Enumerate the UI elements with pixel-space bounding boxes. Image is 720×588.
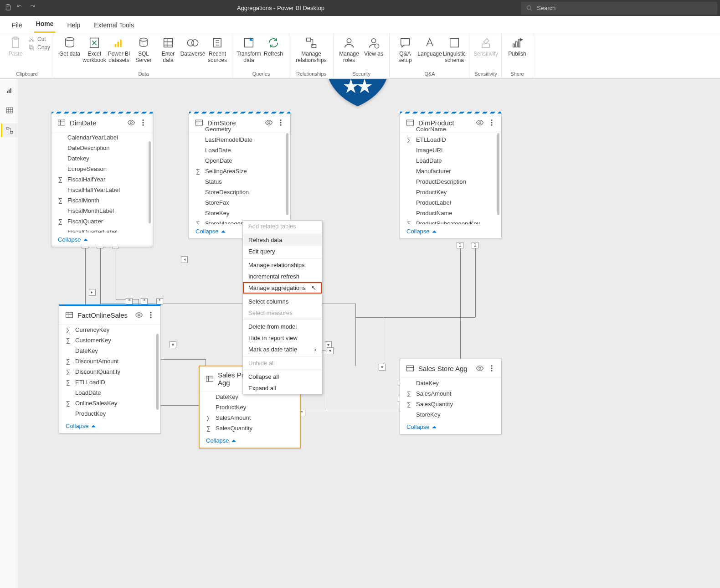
save-icon[interactable] [5,4,12,12]
field-row[interactable]: LoadDate [189,145,290,155]
menu-edit-query[interactable]: Edit query [243,246,322,257]
field-row[interactable]: ∑SellingAreaSize [189,166,290,176]
menu-expand-all[interactable]: Expand all [243,382,322,394]
menu-incremental-refresh[interactable]: Incremental refresh [243,271,322,282]
field-row[interactable]: ProductKey [400,187,501,197]
model-view-button[interactable] [1,124,17,137]
field-row[interactable]: ∑DiscountAmount [59,356,160,366]
field-row[interactable]: LastRemodelDate [189,134,290,145]
recent-sources-button[interactable]: Recent sources [206,36,229,63]
more-icon[interactable] [147,311,155,319]
menu-unhide-all[interactable]: Unhide all [243,357,322,369]
table-card-factonlinesales[interactable]: FactOnlineSales ∑CurrencyKey∑CustomerKey… [59,304,161,433]
field-row[interactable]: ProductName [400,208,501,218]
menu-select-columns[interactable]: Select columns [243,296,322,307]
field-row[interactable]: StoreDescription [189,187,290,197]
field-row[interactable]: ∑SalesQuantity [400,399,501,409]
tab-help[interactable]: Help [65,21,82,33]
excel-workbook-button[interactable]: Excel workbook [82,36,106,63]
field-row[interactable]: FiscalQuarterLabel [51,227,153,232]
field-row[interactable]: Manufacturer [400,166,501,176]
tab-file[interactable]: File [10,21,24,33]
tab-external-tools[interactable]: External Tools [92,21,136,33]
collapse-link[interactable]: Collapse [51,232,153,247]
search-box[interactable]: Search [521,2,717,15]
table-card-dimdate[interactable]: DimDate CalendarYearLabelDateDescription… [51,112,153,247]
field-row[interactable]: LoadDate [59,387,160,398]
table-card-dimproduct[interactable]: DimProduct ColorName∑ETLLoadIDImageURLLo… [400,112,502,239]
field-row[interactable]: DateDescription [51,143,153,153]
tab-home[interactable]: Home [34,20,56,33]
field-row[interactable]: DateKey [59,346,160,356]
more-icon[interactable] [488,364,496,372]
get-data-button[interactable]: Get data [58,36,82,57]
enter-data-button[interactable]: Enter data [156,36,180,63]
field-row[interactable]: Status [189,176,290,187]
field-row[interactable]: StoreKey [189,208,290,218]
publish-button[interactable]: Publish [505,36,529,57]
field-row[interactable]: ImageURL [400,145,501,155]
manage-roles-button[interactable]: Manage roles [337,36,361,63]
refresh-button[interactable]: Refresh [262,36,285,57]
field-row[interactable]: FiscalHalfYearLabel [51,185,153,195]
field-row[interactable]: ∑SalesAmount [400,388,501,399]
menu-refresh-data[interactable]: Refresh data [243,234,322,246]
field-row[interactable]: LoadDate [400,155,501,166]
table-card-sales-store-agg[interactable]: Sales Store Agg DateKey∑SalesAmount∑Sale… [400,359,502,434]
field-row[interactable]: OpenDate [189,155,290,166]
cut-button[interactable]: Cut [28,36,50,42]
sensitivity-button[interactable]: Sensitivity [474,36,498,57]
menu-manage-relationships[interactable]: Manage relationships [243,259,322,271]
manage-relationships-button[interactable]: Manage relationships [293,36,329,63]
menu-add-related-tables[interactable]: Add related tables [243,221,322,232]
collapse-link[interactable]: Collapse [400,420,501,434]
transform-data-button[interactable]: Transform data [237,36,261,63]
field-row[interactable]: ∑CurrencyKey [59,325,160,335]
field-row[interactable]: Geometry [189,124,290,134]
redo-icon[interactable] [28,4,36,12]
visibility-icon[interactable] [135,311,143,319]
collapse-link[interactable]: Collapse [200,433,300,448]
copy-button[interactable]: Copy [28,44,50,51]
more-icon[interactable] [139,119,147,127]
menu-mark-as-date-table[interactable]: Mark as date table› [243,344,322,355]
field-row[interactable]: ∑FiscalQuarter [51,216,153,227]
field-row[interactable]: ProductDescription [400,176,501,187]
field-row[interactable]: ∑FiscalHalfYear [51,174,153,185]
field-row[interactable]: ColorName [400,124,501,134]
menu-hide-in-report-view[interactable]: Hide in report view [243,332,322,344]
pbi-datasets-button[interactable]: Power BI datasets [107,36,131,63]
field-row[interactable]: ProductLabel [400,197,501,208]
field-row[interactable]: ∑ETLLoadID [400,134,501,145]
model-canvas[interactable]: 1 1 1 * * * * 1 1 * * DimDate CalendarYe… [18,79,720,588]
dataverse-button[interactable]: Dataverse [181,36,205,57]
field-row[interactable]: ProductKey [59,408,160,419]
field-row[interactable]: StoreFax [189,197,290,208]
undo-icon[interactable] [16,4,24,12]
menu-manage-aggregations[interactable]: Manage aggregations↖ [243,282,322,294]
field-row[interactable]: ∑SalesQuantity [200,423,300,433]
field-row[interactable]: FiscalMonthLabel [51,206,153,216]
language-button[interactable]: Language [418,36,442,57]
menu-collapse-all[interactable]: Collapse all [243,371,322,382]
field-row[interactable]: ∑ETLLoadID [59,377,160,387]
field-row[interactable]: Datekey [51,153,153,164]
field-row[interactable]: ∑OnlineSalesKey [59,398,160,408]
field-row[interactable]: DateKey [400,378,501,388]
menu-select-measures[interactable]: Select measures [243,307,322,319]
field-row[interactable]: EuropeSeason [51,164,153,174]
field-row[interactable]: ∑ProductSubcategoryKey [400,218,501,224]
view-as-button[interactable]: View as [362,36,386,57]
sql-server-button[interactable]: SQL Server [132,36,155,63]
linguistic-schema-button[interactable]: Linguistic schema [442,36,466,63]
paste-button[interactable]: Paste [4,36,27,57]
field-row[interactable]: ∑CustomerKey [59,335,160,346]
field-row[interactable]: ∑DiscountQuantity [59,366,160,377]
field-row[interactable]: ∑SalesAmount [200,413,300,423]
field-row[interactable]: ProductKey [200,402,300,413]
visibility-icon[interactable] [127,119,135,127]
visibility-icon[interactable] [476,364,484,372]
field-row[interactable]: CalendarYearLabel [51,132,153,143]
field-row[interactable]: StoreKey [400,409,501,420]
menu-delete-from-model[interactable]: Delete from model [243,321,322,332]
